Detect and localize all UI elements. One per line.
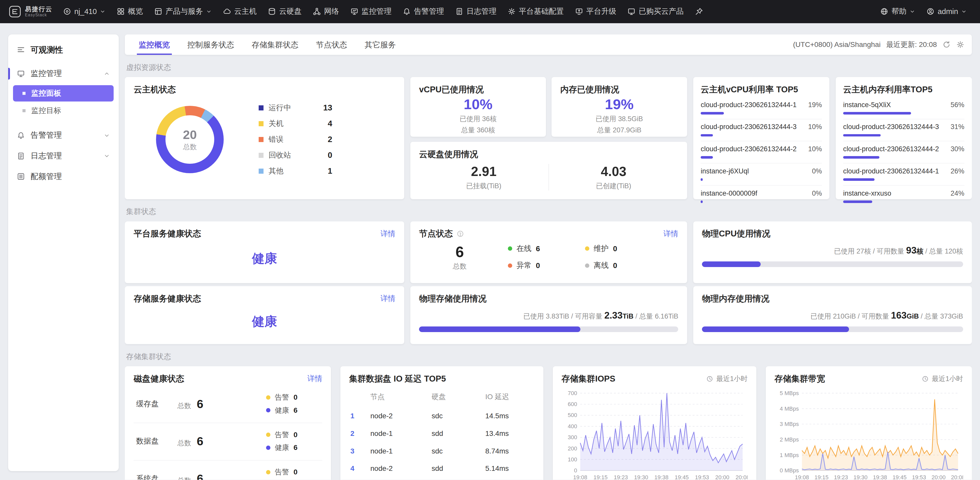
clock-icon	[706, 375, 713, 382]
nav-item-products-services[interactable]: 产品与服务	[149, 0, 217, 23]
platform-health-detail-link[interactable]: 详情	[380, 229, 396, 239]
gear-icon[interactable]	[956, 41, 964, 49]
usage-percent: 10%	[808, 123, 822, 131]
disk-health-detail-link[interactable]: 详情	[307, 374, 322, 384]
donut-center: 20 总数	[156, 106, 223, 173]
bandwidth-range: 最近1小时	[922, 374, 963, 383]
node-status-value: 0	[613, 244, 617, 253]
nav-item-log-mgmt[interactable]: 日志管理	[450, 0, 502, 23]
pin-menu-button[interactable]	[689, 0, 709, 23]
node-legend-item: 在线6	[508, 244, 580, 254]
svg-text:19:08: 19:08	[573, 474, 587, 480]
card-vcpu-usage: vCPU已使用情况 10% 已使用 36核 总量 360核	[410, 77, 546, 137]
disk-type-label: 数据盘	[136, 436, 177, 446]
stat-value: 0	[294, 468, 298, 476]
sidebar-group-quota[interactable]: 配额管理	[13, 166, 114, 187]
refresh-icon[interactable]	[942, 41, 951, 49]
chevron-down-icon	[104, 132, 110, 138]
instance-name: instance-xrxuso	[843, 190, 891, 197]
volume-mounted-label: 已挂载(TiB)	[419, 181, 549, 190]
vcpu-usage-percent: 10%	[419, 96, 537, 112]
sidebar-item-monitor-target[interactable]: 监控目标	[13, 103, 114, 119]
nav-item-alarm-mgmt[interactable]: 告警管理	[397, 0, 449, 23]
svg-text:0 MBps: 0 MBps	[780, 467, 799, 474]
stat-label: 健康	[275, 443, 289, 453]
region-label: nj_410	[74, 7, 97, 16]
tab-monitor-overview[interactable]: 监控概览	[130, 35, 179, 55]
nav-item-network[interactable]: 网络	[307, 0, 345, 23]
region-selector[interactable]: nj_410	[57, 0, 111, 23]
sidebar-item-label: 监控面板	[31, 88, 61, 98]
disk-total-label: 总数	[177, 439, 191, 448]
tab-node-status[interactable]: 节点状态	[307, 35, 356, 55]
disk-type-label: 缓存盘	[136, 399, 177, 409]
help-menu[interactable]: 帮助	[875, 0, 921, 23]
card-disk-health: 磁盘健康状态 详情 缓存盘总数6告警0健康6数据盘总数6告警0健康6系统盘总数6…	[125, 366, 331, 480]
legend-color-swatch	[259, 105, 264, 111]
cluster-status-row-2: 存储服务健康状态 详情 健康 物理存储使用情况 已使用 3.83TiB / 可用…	[125, 286, 972, 344]
logo[interactable]: 易捷行云 EasyStack	[7, 5, 57, 18]
node-status-detail-link[interactable]: 详情	[663, 229, 678, 239]
top5-item: cloud-product-230626132444-310%	[701, 119, 822, 141]
card-io-latency: 集群数据盘 IO 延迟 TOP5 节点 硬盘 IO 延迟 1node-2sdc1…	[340, 366, 543, 480]
svg-text:19:23: 19:23	[614, 474, 628, 480]
status-dot	[266, 470, 270, 474]
nav-item-purchased-products[interactable]: 已购买云产品	[622, 0, 689, 23]
status-dot	[266, 408, 270, 412]
physical-cpu-info: 已使用 27核 / 可用数量 93核 / 总量 120核	[702, 245, 963, 256]
storage-health-detail-link[interactable]: 详情	[380, 293, 396, 304]
node-status-label: 异常	[517, 260, 531, 271]
nav-item-cloud-host[interactable]: 云主机	[217, 0, 262, 23]
nav-item-platform-upgrade[interactable]: 平台升级	[570, 0, 622, 23]
node-total-count: 6	[419, 243, 500, 260]
chevron-down-icon	[100, 9, 105, 14]
sidebar-group-monitor[interactable]: 监控管理	[13, 63, 114, 84]
tab-control-service-status[interactable]: 控制服务状态	[178, 35, 243, 55]
sidebar-collapse-icon[interactable]	[17, 46, 25, 54]
svg-text:19:30: 19:30	[854, 474, 868, 480]
volume-created-value: 4.03	[549, 164, 678, 179]
user-menu[interactable]: admin	[921, 0, 972, 23]
tab-storage-cluster-status[interactable]: 存储集群状态	[243, 35, 307, 55]
easystack-monitoring-dashboard: 易捷行云 EasyStack nj_410 概览产品与服务云主机云硬盘网络监控管…	[0, 0, 980, 480]
timezone-label: (UTC+0800) Asia/Shanghai	[793, 41, 881, 49]
node-name: node-2	[370, 464, 431, 473]
top5-item: cloud-product-230626132444-210%	[701, 141, 822, 163]
legend-value: 2	[328, 135, 332, 144]
nav-item-platform-config[interactable]: 平台基础配置	[502, 0, 570, 23]
sidebar-title: 可观测性	[31, 44, 63, 55]
logo-text: 易捷行云 EasyStack	[25, 6, 52, 17]
disk-stats: 告警0健康6	[266, 430, 320, 453]
io-latency-row: 1node-2sdc14.5ms	[349, 407, 535, 425]
svg-text:19:30: 19:30	[634, 474, 648, 480]
sidebar-item-monitor-panel[interactable]: 监控面板	[13, 85, 114, 101]
disk-total-count: 6	[197, 434, 203, 448]
disk-name: sdc	[431, 447, 485, 455]
nav-item-overview[interactable]: 概览	[111, 0, 149, 23]
legend-item: 错误2	[259, 135, 332, 145]
nav-item-label: 平台升级	[586, 6, 616, 17]
svg-text:19:45: 19:45	[675, 474, 689, 480]
nav-item-cloud-disk[interactable]: 云硬盘	[262, 0, 307, 23]
bullet-icon	[22, 109, 25, 112]
bell-icon	[17, 131, 25, 139]
help-circle-icon[interactable]	[457, 230, 464, 238]
legend-label: 错误	[269, 135, 284, 145]
status-dot	[508, 263, 512, 268]
nav-item-monitor-mgmt[interactable]: 监控管理	[345, 0, 397, 23]
status-dot	[585, 263, 589, 268]
usage-bar	[843, 134, 881, 137]
sidebar-group-label: 配额管理	[31, 171, 62, 182]
top5-item: cloud-product-230626132444-126%	[843, 163, 964, 186]
logo-subtitle: EasyStack	[25, 13, 52, 17]
sidebar-group-log[interactable]: 日志管理	[13, 146, 114, 166]
card-node-status: 节点状态 详情 6 总数 在线6维护0异常0离线0	[410, 222, 687, 283]
instance-name: cloud-product-230626132444-3	[843, 123, 939, 131]
sidebar-group-alarm[interactable]: 告警管理	[13, 125, 114, 146]
volume-created-label: 已创建(TiB)	[549, 181, 678, 190]
platform-health-status: 健康	[134, 250, 395, 267]
usage-percent: 31%	[951, 123, 964, 131]
tab-other-services[interactable]: 其它服务	[356, 35, 405, 55]
iops-line-chart: 010020030040050060070019:0819:1519:2319:…	[562, 388, 748, 480]
physical-storage-progress-bar	[419, 326, 678, 332]
